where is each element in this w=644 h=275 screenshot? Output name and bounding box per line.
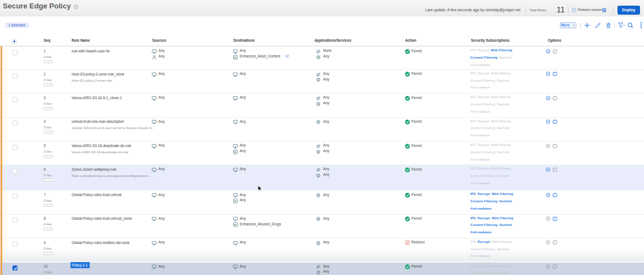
svg-text:?: ? (76, 5, 77, 8)
